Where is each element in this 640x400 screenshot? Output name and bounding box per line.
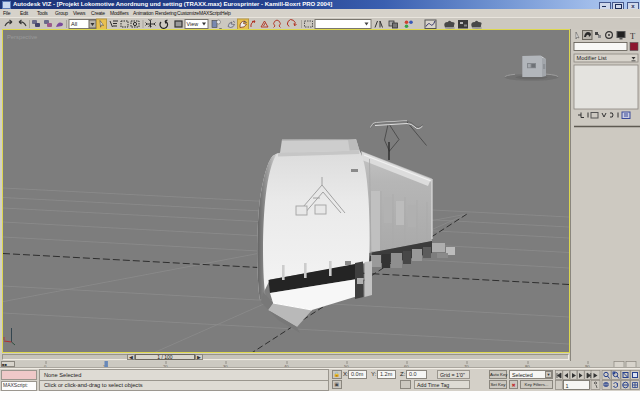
svg-text:Modifier List: Modifier List — [577, 55, 608, 61]
svg-text:View: View — [187, 21, 199, 27]
svg-text:T: T — [630, 30, 636, 40]
svg-text:All: All — [71, 21, 77, 27]
svg-text:x: x — [3, 335, 6, 341]
svg-text:1: 1 — [566, 382, 569, 388]
svg-text:Perspective: Perspective — [7, 33, 37, 39]
